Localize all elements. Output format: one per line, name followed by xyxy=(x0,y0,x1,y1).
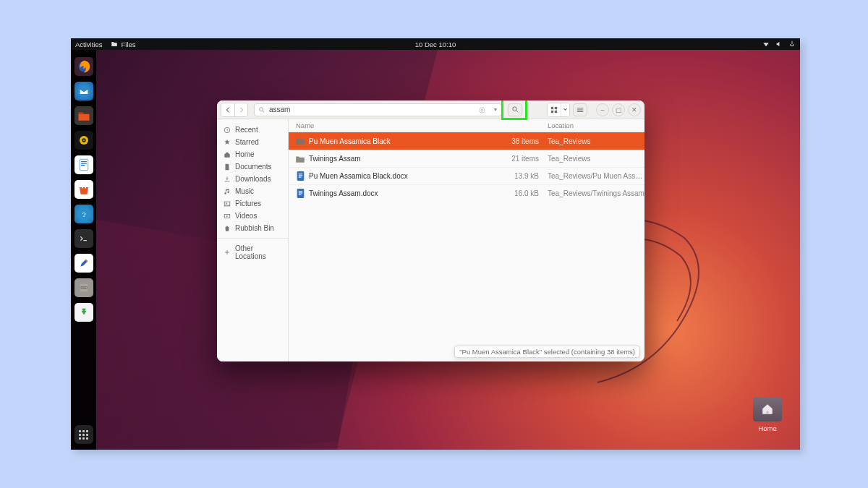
column-size-header[interactable] xyxy=(500,121,545,129)
row-size: 16.0 kB xyxy=(500,189,545,197)
close-icon: ✕ xyxy=(631,106,637,114)
sidebar-item-starred[interactable]: Starred xyxy=(217,136,288,148)
svg-text:SSD: SSD xyxy=(80,286,88,290)
window-minimize-button[interactable]: – xyxy=(596,103,609,116)
row-location: Tea_Reviews xyxy=(545,137,644,145)
sidebar-item-label: Recent xyxy=(235,126,258,134)
terminal-icon xyxy=(78,234,90,244)
dock-software[interactable] xyxy=(75,180,93,199)
grid-icon xyxy=(79,430,88,440)
search-input[interactable] xyxy=(269,106,498,114)
docx-icon xyxy=(295,189,305,199)
svg-text:?: ? xyxy=(82,211,85,218)
table-row[interactable]: Twinings Assam21 itemsTea_Reviews xyxy=(289,150,644,167)
minimize-icon: – xyxy=(600,106,604,114)
grid-view-icon xyxy=(550,106,558,114)
dock-rhythmbox[interactable] xyxy=(75,131,93,150)
topbar-status-area[interactable] xyxy=(762,40,796,48)
thunderbird-icon xyxy=(78,85,90,97)
dock-firefox[interactable] xyxy=(75,57,93,76)
chevron-down-icon xyxy=(563,107,568,112)
svg-point-4 xyxy=(83,140,85,141)
folder-icon xyxy=(111,40,118,48)
icon-view-button[interactable] xyxy=(548,103,561,116)
status-bar: "Pu Muen Assamica Black" selected (conta… xyxy=(454,346,640,358)
sidebar-item-home[interactable]: Home xyxy=(217,148,288,160)
sidebar-item-recent[interactable]: Recent xyxy=(217,124,288,136)
svg-rect-27 xyxy=(298,175,302,176)
row-size: 13.9 kB xyxy=(500,172,545,180)
sidebar-item-pictures[interactable]: Pictures xyxy=(217,197,288,210)
row-name: Pu Muen Assamica Black.docx xyxy=(309,172,500,180)
sidebar-item-label: Documents xyxy=(235,163,272,171)
power-icon xyxy=(788,40,796,48)
documents-icon xyxy=(224,163,231,171)
ssd-icon: SSD xyxy=(79,283,89,293)
search-dropdown-icon[interactable]: ▾ xyxy=(494,106,497,113)
window-close-button[interactable]: ✕ xyxy=(628,103,641,116)
files-window: ◎ ▾ – ▢ xyxy=(217,100,644,361)
row-size: 21 items xyxy=(500,155,545,163)
sidebar-item-label: Other Locations xyxy=(235,244,281,260)
column-location-header[interactable]: Location xyxy=(545,121,644,129)
dock-thunderbird[interactable] xyxy=(75,82,93,100)
topbar-datetime[interactable]: 10 Dec 10:10 xyxy=(415,40,456,48)
row-location: Tea_Reviews/Pu Muen Assamica Black xyxy=(545,172,644,180)
row-location: Tea_Reviews/Twinings Assam xyxy=(545,189,644,197)
nav-back-button[interactable] xyxy=(221,103,234,116)
hamburger-menu-button[interactable] xyxy=(573,103,587,116)
search-button[interactable] xyxy=(508,103,522,116)
dock-recycle[interactable] xyxy=(75,303,93,322)
downloads-icon xyxy=(224,176,231,183)
row-name: Twinings Assam xyxy=(309,155,500,163)
dock-writer[interactable] xyxy=(75,155,93,174)
svg-rect-17 xyxy=(551,106,553,108)
topbar-app-indicator[interactable]: Files xyxy=(111,40,135,48)
sidebar-item-documents[interactable]: Documents xyxy=(217,160,288,173)
home-folder-icon xyxy=(753,397,782,421)
column-name-header[interactable]: Name xyxy=(289,121,500,129)
volume-icon xyxy=(775,40,783,48)
dock-text-editor[interactable] xyxy=(75,254,93,273)
show-applications-button[interactable] xyxy=(75,425,93,444)
sidebar-item-trash[interactable]: Rubbish Bin xyxy=(217,222,288,234)
dock: ? SSD xyxy=(71,50,96,450)
files-icon xyxy=(77,110,90,121)
network-icon xyxy=(762,40,770,48)
speaker-icon xyxy=(78,134,90,146)
home-icon xyxy=(224,151,231,158)
trash-icon xyxy=(224,225,231,232)
window-maximize-button[interactable]: ▢ xyxy=(612,103,625,116)
results-list: Pu Muen Assamica Black38 itemsTea_Review… xyxy=(289,132,644,202)
dock-disks[interactable]: SSD xyxy=(75,278,93,297)
table-row[interactable]: Pu Muen Assamica Black.docx13.9 kBTea_Re… xyxy=(289,167,644,184)
path-search-box[interactable]: ◎ ▾ xyxy=(254,103,502,116)
sidebar-item-videos[interactable]: Videos xyxy=(217,210,288,222)
svg-rect-19 xyxy=(551,110,553,112)
dock-help[interactable]: ? xyxy=(75,205,93,223)
sidebar-item-downloads[interactable]: Downloads xyxy=(217,173,288,185)
dock-terminal[interactable] xyxy=(75,229,93,248)
table-row[interactable]: Pu Muen Assamica Black38 itemsTea_Review… xyxy=(289,132,644,150)
videos-icon xyxy=(224,213,231,220)
row-location: Tea_Reviews xyxy=(545,155,644,163)
music-icon xyxy=(224,188,231,195)
maximize-icon: ▢ xyxy=(616,106,622,114)
sidebar-item-label: Videos xyxy=(235,212,257,220)
nav-forward-button[interactable] xyxy=(234,103,247,116)
activities-button[interactable]: Activities xyxy=(75,40,102,48)
magnifier-icon xyxy=(511,106,519,114)
desktop-home-folder[interactable]: Home xyxy=(751,397,784,432)
sidebar-item-label: Home xyxy=(235,150,255,158)
svg-rect-30 xyxy=(298,191,302,192)
sidebar-item-music[interactable]: Music xyxy=(217,185,288,197)
sidebar-item-other-locations[interactable]: Other Locations xyxy=(217,242,288,262)
topbar-app-label: Files xyxy=(121,40,135,48)
svg-rect-31 xyxy=(298,192,302,193)
reveal-icon[interactable]: ◎ xyxy=(479,106,485,114)
sidebar-separator xyxy=(217,238,288,239)
view-options-dropdown[interactable] xyxy=(561,103,569,116)
table-row[interactable]: Twinings Assam.docx16.0 kBTea_Reviews/Tw… xyxy=(289,184,644,202)
star-icon xyxy=(224,139,231,146)
dock-files[interactable] xyxy=(75,106,93,125)
